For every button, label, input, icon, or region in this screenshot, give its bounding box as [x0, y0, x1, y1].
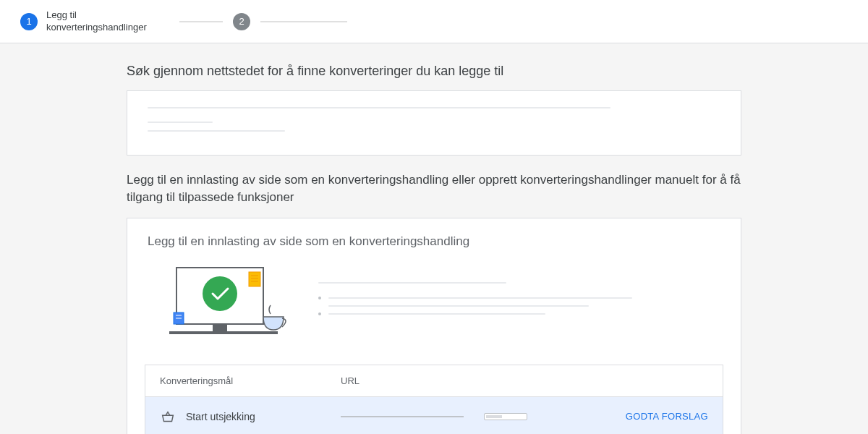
step-1-label: Legg til konverteringshandlinger — [46, 9, 169, 34]
svg-rect-2 — [169, 331, 278, 334]
placeholder-line — [148, 107, 610, 109]
search-site-card — [127, 90, 741, 156]
goal-label: Start utsjekking — [186, 411, 255, 422]
svg-point-3 — [203, 276, 237, 311]
table-header-url: URL — [341, 375, 484, 386]
step-connector — [179, 21, 223, 22]
add-pageload-card: Legg til en innlasting av side som en ko… — [127, 218, 741, 434]
main-content: Søk gjennom nettstedet for å finne konve… — [127, 43, 741, 434]
stepper: 1 Legg til konverteringshandlinger 2 — [0, 0, 868, 43]
svg-rect-1 — [213, 324, 227, 331]
step-2[interactable]: 2 — [233, 13, 250, 30]
accept-suggestion-button[interactable]: GODTA FORSLAG — [592, 411, 708, 422]
add-pageload-card-title: Legg til en innlasting av side som en ko… — [148, 234, 720, 249]
step-2-number: 2 — [233, 13, 250, 30]
add-pageload-title: Legg til en innlasting av side som en ko… — [127, 171, 741, 206]
table-row: Start utsjekking GODTA FORSLAG — [145, 397, 723, 434]
chip-placeholder — [484, 413, 527, 420]
svg-rect-4 — [249, 272, 260, 286]
url-cell — [341, 416, 484, 417]
placeholder-line — [148, 130, 285, 132]
table-header: Konverteringsmål URL — [145, 365, 723, 397]
search-site-title: Søk gjennom nettstedet for å finne konve… — [127, 64, 741, 79]
step-2-label-placeholder — [260, 21, 347, 22]
step-1[interactable]: 1 Legg til konverteringshandlinger — [20, 9, 169, 34]
basket-icon — [160, 409, 176, 425]
placeholder-line — [148, 122, 213, 123]
table-header-goal: Konverteringsmål — [160, 375, 341, 386]
step-1-number: 1 — [20, 13, 38, 30]
conversion-goals-table: Konverteringsmål URL Start utsjekking — [145, 365, 723, 434]
monitor-illustration — [148, 262, 292, 344]
illustration-text-placeholder — [318, 282, 720, 324]
